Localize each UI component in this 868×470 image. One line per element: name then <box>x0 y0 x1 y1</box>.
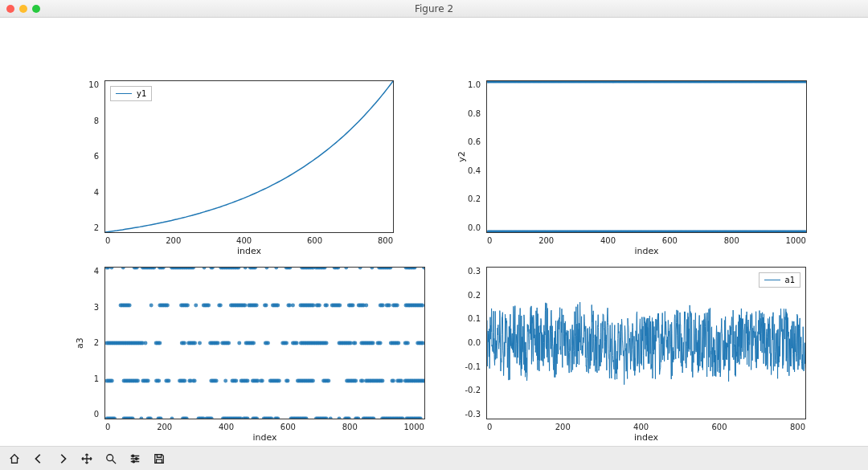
svg-point-972 <box>158 341 162 345</box>
y1-legend: y1 <box>110 86 152 101</box>
svg-point-864 <box>260 379 264 383</box>
svg-point-1117 <box>243 304 247 308</box>
back-button[interactable] <box>27 448 50 469</box>
a3-xlabel: index <box>105 432 424 443</box>
subplot-a1[interactable]: a1 0200400600800 0.30.20.10.0-0.1-0.2-0.… <box>486 267 806 419</box>
svg-point-1047 <box>353 341 357 345</box>
configure-button[interactable] <box>124 448 146 469</box>
forward-button[interactable] <box>51 448 74 469</box>
svg-point-826 <box>146 379 150 383</box>
svg-point-1091 <box>166 304 170 308</box>
svg-point-1161 <box>351 304 355 308</box>
svg-point-1006 <box>266 341 270 345</box>
home-button[interactable] <box>3 448 26 469</box>
svg-point-1304 <box>422 268 424 269</box>
y2-scatter <box>487 81 806 232</box>
svg-point-1170 <box>381 304 385 308</box>
svg-point-829 <box>157 379 161 383</box>
forward-icon <box>57 452 68 465</box>
svg-point-1167 <box>364 304 368 308</box>
a1-y-ticks: 0.30.20.10.0-0.1-0.2-0.3 <box>465 268 481 419</box>
pan-button[interactable] <box>76 448 98 469</box>
svg-point-872 <box>277 379 281 383</box>
window-titlebar: Figure 2 <box>0 0 868 18</box>
svg-point-1083 <box>128 304 132 308</box>
a3-ylabel: a3 <box>75 337 85 349</box>
svg-point-1067 <box>396 341 400 345</box>
svg-point-1306 <box>132 455 134 457</box>
svg-point-981 <box>193 341 197 345</box>
back-icon <box>33 452 44 465</box>
svg-point-918 <box>391 379 395 383</box>
svg-point-1098 <box>194 304 198 308</box>
y1-xlabel: index <box>105 246 393 256</box>
svg-point-1003 <box>252 341 256 345</box>
svg-point-851 <box>234 379 238 383</box>
window-title: Figure 2 <box>0 3 868 14</box>
y2-ylabel: y2 <box>457 151 467 162</box>
a1-x-ticks: 0200400600800 <box>487 423 805 431</box>
svg-point-1177 <box>395 304 399 308</box>
svg-point-1126 <box>264 304 268 308</box>
svg-point-902 <box>360 379 364 383</box>
svg-point-1131 <box>276 304 280 308</box>
svg-point-681 <box>139 417 143 419</box>
svg-point-900 <box>354 379 358 383</box>
subplot-y2[interactable]: 02004006008001000 1.00.80.60.40.20.0 ind… <box>486 80 807 233</box>
a1-legend: a1 <box>759 272 801 288</box>
svg-point-975 <box>182 341 186 345</box>
svg-point-1231 <box>203 268 207 269</box>
svg-point-874 <box>286 379 290 383</box>
svg-point-968 <box>144 341 148 345</box>
svg-point-996 <box>237 341 241 345</box>
home-icon <box>9 452 20 465</box>
svg-point-1249 <box>244 268 248 269</box>
figure-canvas[interactable]: y1 0200400600800 108642 index 0200400600… <box>0 18 868 446</box>
mpl-toolbar <box>0 446 868 470</box>
svg-point-1191 <box>420 304 424 308</box>
svg-point-841 <box>193 379 197 383</box>
svg-point-847 <box>223 379 227 383</box>
svg-point-837 <box>182 379 186 383</box>
svg-point-1124 <box>255 304 259 308</box>
svg-point-759 <box>338 417 342 419</box>
svg-point-1308 <box>133 460 135 463</box>
svg-point-1103 <box>207 304 211 308</box>
y2-y-ticks: 1.00.80.60.40.20.0 <box>468 81 481 232</box>
svg-point-1097 <box>186 304 190 308</box>
svg-point-887 <box>311 379 315 383</box>
a1-xlabel: index <box>487 432 805 443</box>
svg-point-1284 <box>358 268 362 269</box>
svg-point-1134 <box>291 304 295 308</box>
y1-y-ticks: 108642 <box>88 81 99 232</box>
y2-xlabel: index <box>487 246 806 256</box>
y1-x-ticks: 0200400600800 <box>105 237 393 245</box>
svg-point-832 <box>167 379 171 383</box>
y1-line <box>105 81 393 232</box>
zoom-button[interactable] <box>100 448 122 469</box>
a1-legend-label: a1 <box>785 276 796 284</box>
svg-point-1173 <box>387 304 391 308</box>
y1-legend-label: y1 <box>137 89 146 98</box>
save-button[interactable] <box>148 448 170 469</box>
svg-point-1150 <box>325 304 329 308</box>
subplot-y1[interactable]: y1 0200400600800 108642 index <box>104 80 394 233</box>
svg-point-922 <box>399 379 403 383</box>
svg-point-995 <box>227 341 231 345</box>
a3-y-ticks: 43210 <box>94 268 99 419</box>
svg-point-982 <box>198 341 202 345</box>
svg-point-1194 <box>109 268 113 269</box>
svg-point-1148 <box>317 304 321 308</box>
a3-scatter <box>105 268 424 419</box>
svg-point-857 <box>246 379 250 383</box>
zoom-icon <box>105 452 117 465</box>
configure-icon <box>129 452 141 465</box>
svg-point-688 <box>170 417 174 419</box>
svg-point-1105 <box>219 304 223 308</box>
svg-point-1256 <box>274 268 278 269</box>
svg-point-892 <box>326 379 330 383</box>
subplot-a3[interactable]: 02004006008001000 43210 index a3 <box>104 267 425 419</box>
a1-line <box>487 268 805 419</box>
svg-point-1057 <box>371 341 375 345</box>
svg-point-1145 <box>311 304 315 308</box>
